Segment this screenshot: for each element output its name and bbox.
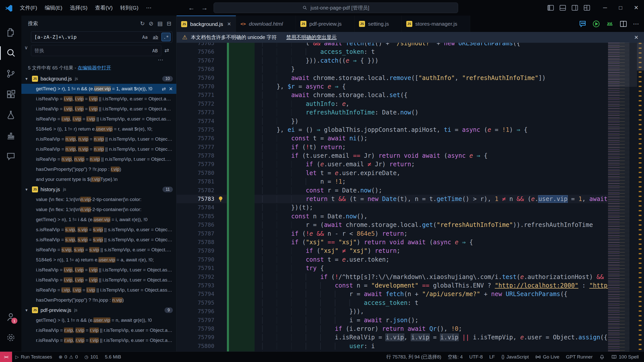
lightbulb-icon[interactable] (214, 169, 227, 177)
editor-more-actions-icon[interactable]: ⋯ (633, 20, 639, 27)
clear-search-results-icon[interactable]: ⊘ (149, 20, 153, 27)
use-regex-toggle[interactable]: .* (162, 33, 171, 41)
code-text[interactable]: const n = Date.now(), (255, 212, 608, 221)
lightbulb-icon[interactable] (214, 117, 227, 126)
search-result-row[interactable]: value {\n flex: 1;\n}\n\n.vip-2-tip-cont… (21, 194, 176, 205)
menu-item[interactable]: 查看(V) (91, 0, 116, 16)
code-text[interactable]: if (i.error) return await Qr(), !0; (255, 325, 608, 333)
lightbulb-icon[interactable] (214, 56, 227, 65)
lightbulb-icon[interactable] (214, 143, 227, 151)
menu-overflow[interactable]: ⋯ (142, 5, 155, 11)
maximize-button[interactable]: □ (613, 0, 628, 16)
lightbulb-icon[interactable] (214, 307, 227, 316)
code-text[interactable]: r = await fetch(n + "/api/users/me?" + n… (255, 290, 608, 298)
code-text[interactable]: i = await r.json(); (255, 316, 608, 325)
forward-icon[interactable]: → (201, 4, 208, 12)
lightbulb-icon[interactable] (214, 82, 227, 91)
search-result-row[interactable]: isRealVip = n.vip, n.vip = n.vip || n.is… (21, 154, 176, 164)
gpt-runner-button[interactable]: GPT Runner (562, 352, 596, 362)
lightbulb-icon[interactable] (214, 160, 227, 169)
code-text[interactable]: if (!t) return; (255, 143, 608, 151)
lightbulb-icon[interactable] (214, 74, 227, 82)
cursor-position[interactable]: 行 75783, 列 94 (已选择8) (383, 352, 445, 362)
lightbulb-icon[interactable] (214, 212, 227, 221)
code-text[interactable]: const t = await ni(); (255, 134, 608, 143)
perf-indicator[interactable]: ◷ 101 (81, 352, 102, 362)
search-result-row[interactable]: getTime() > i), 1 != n && (e.user.vip = … (21, 315, 176, 325)
lightbulb-icon[interactable] (214, 151, 227, 160)
code-text[interactable]: }, $r = async e ⇒ { (255, 82, 608, 91)
tab-pdf-preview.js[interactable]: JS pdf-preview.js ✕ (296, 16, 354, 32)
code-text[interactable]: user: i (255, 342, 608, 350)
comments-view-icon[interactable] (0, 146, 21, 167)
search-result-row[interactable]: n.isRealVip = n.vip, n.vip = n.vip || n.… (21, 134, 176, 144)
lightbulb-icon[interactable] (214, 290, 227, 298)
search-result-row[interactable]: 5184e6 > n)), 1 != a) return e.user.vip … (21, 255, 176, 265)
search-file-row[interactable]: ▾ JS background.js js 10 (21, 74, 176, 84)
menu-item[interactable]: 文件(F) (16, 0, 41, 16)
code-text[interactable]: let t = e.user.expireDate, (255, 169, 608, 177)
code-text[interactable]: if (!/^http[s]?:\/\/markdown\.xiaoshujia… (255, 273, 608, 281)
search-result-row[interactable]: i.isRealVip = i.vip, i.vip = i.vip || i.… (21, 104, 176, 114)
code-text[interactable]: const t = e.user.token; (255, 255, 608, 264)
code-text[interactable]: authInfo: e, (255, 100, 608, 108)
banner-action-link[interactable]: 禁用不明确的突出显示 (286, 34, 337, 41)
search-input[interactable]: [a-zA-Z]+\.vip Aa ab .* (31, 31, 172, 43)
open-in-editor-link[interactable]: 在编辑器中打开 (77, 65, 111, 70)
code-text[interactable]: access_token: t (255, 48, 608, 56)
encoding-indicator[interactable]: UTF-8 (466, 352, 486, 362)
lightbulb-icon[interactable] (214, 186, 227, 195)
lightbulb-icon[interactable] (214, 221, 227, 229)
search-result-row[interactable]: r.isRealVip = r.vip, r.vip = r.vip || r.… (21, 335, 176, 345)
code-text[interactable]: if (e.user.email ≠ Jr) return; (255, 160, 608, 169)
accounts-icon[interactable]: 1 (0, 307, 21, 327)
toggle-sidebar-left-icon[interactable] (547, 4, 554, 12)
eol-indicator[interactable]: LF (486, 352, 498, 362)
lightbulb-icon[interactable] (214, 126, 227, 134)
search-result-row[interactable]: and your current type is ${r.vipType}.\n… (21, 174, 176, 184)
tab-close-icon[interactable]: ✕ (227, 21, 231, 27)
code-text[interactable]: const n = "development" == globalThis.EN… (255, 281, 608, 290)
code-text[interactable]: t && await fetch(ei() + "/signout?" + ne… (255, 43, 608, 48)
back-icon[interactable]: ← (188, 4, 195, 12)
explorer-icon[interactable] (0, 22, 21, 43)
go-live-button[interactable]: Go Live (532, 352, 562, 362)
editor-scrollbar-thumb[interactable] (637, 43, 644, 70)
tab-stores-manager.js[interactable]: JS stores-manager.js ✕ (402, 16, 470, 32)
chevron-down-icon[interactable]: ▾ (25, 76, 32, 82)
lightbulb-icon[interactable] (214, 350, 227, 351)
collapse-all-icon[interactable]: ⊟ (167, 20, 171, 27)
search-file-row[interactable]: ▾ JS pdf-preview.js js 9 (21, 305, 176, 315)
lightbulb-icon[interactable] (214, 238, 227, 247)
toggle-sidebar-right-icon[interactable] (571, 4, 579, 12)
lightbulb-icon[interactable] (214, 299, 227, 307)
search-result-row[interactable]: 5184e6 > i)), 1 != r) return e.user.vip … (21, 124, 176, 134)
toggle-panel-icon[interactable] (559, 4, 567, 12)
lightbulb-icon[interactable] (214, 342, 227, 350)
code-text[interactable]: n = !1; (255, 177, 608, 186)
lightbulb-icon[interactable] (214, 43, 227, 48)
lightbulb-icon[interactable] (214, 177, 227, 186)
chevron-down-icon[interactable]: ▾ (25, 308, 32, 313)
lightbulb-icon[interactable] (214, 255, 227, 264)
preserve-case-toggle[interactable]: AB (150, 46, 159, 55)
lightbulb-icon[interactable] (214, 325, 227, 333)
source-control-icon[interactable] (0, 63, 21, 84)
android-run-icon[interactable] (606, 20, 614, 28)
search-result-row[interactable]: i.isRealVip = i.vip, i.vip = i.vip || i.… (21, 94, 176, 104)
lightbulb-icon[interactable] (214, 91, 227, 99)
code-text[interactable]: const r = Date.now(); (255, 186, 608, 195)
lightbulb-icon[interactable] (214, 247, 227, 255)
search-result-row[interactable]: isRealVip = s.vip, s.vip = s.vip || s.is… (21, 245, 176, 255)
search-result-row[interactable]: hasOwnProperty("jopp") ? !!r.jopp : r.vi… (21, 164, 176, 174)
notifications-bell-icon[interactable] (596, 352, 608, 362)
lightbulb-icon[interactable] (214, 100, 227, 108)
close-window-button[interactable]: ✕ (628, 0, 644, 16)
lightbulb-icon[interactable] (214, 65, 227, 73)
split-editor-icon[interactable] (619, 20, 627, 28)
command-center-search[interactable]: just-one-page-pdf [管理员] (214, 3, 458, 13)
memory-indicator[interactable]: 5.6 MiB (102, 352, 124, 362)
extensions-icon[interactable] (0, 84, 21, 105)
tab-background.js[interactable]: JS background.js ✕ (177, 16, 236, 32)
code-text[interactable]: i.isRealVip = i.vip, i.vip = i.vip || i.… (255, 333, 608, 342)
